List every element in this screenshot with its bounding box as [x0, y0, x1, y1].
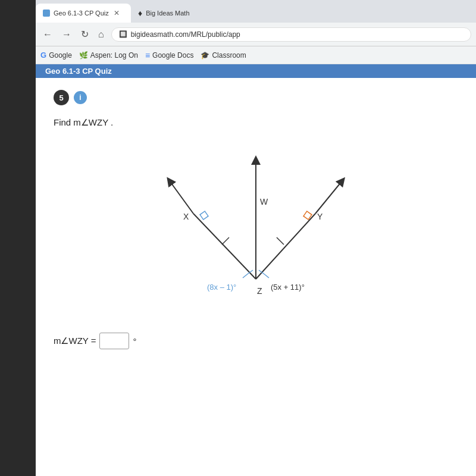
degree-symbol: ° [133, 336, 136, 346]
address-bar: ← → ↻ ⌂ 🔲 bigideasmath.com/MRL/public/ap… [36, 23, 476, 46]
bookmark-docs[interactable]: ≡ Google Docs [145, 51, 194, 60]
google-icon: G [40, 51, 46, 60]
svg-text:Z: Z [257, 286, 262, 296]
svg-text:(8x – 1)°: (8x – 1)° [207, 283, 236, 292]
svg-rect-6 [200, 211, 208, 220]
bookmark-classroom-label: Classroom [212, 51, 246, 60]
url-page-icon: 🔲 [119, 30, 127, 38]
diagram-container: W X Y Z (8x – 1)° (5x + 11)° [54, 142, 458, 321]
url-text: bigideasmath.com/MRL/public/app [131, 30, 240, 39]
svg-text:X: X [183, 212, 189, 221]
answer-input[interactable] [99, 333, 129, 349]
forward-button[interactable]: → [60, 28, 74, 41]
svg-line-2 [256, 214, 315, 279]
tab-bigideas[interactable]: ♦ Big Ideas Math [131, 4, 214, 23]
svg-text:W: W [260, 197, 268, 206]
page-header-strip: Geo 6.1-3 CP Quiz [36, 64, 476, 78]
bookmark-google[interactable]: G Google [40, 51, 72, 60]
tab-quiz-close[interactable]: ✕ [114, 9, 120, 17]
aspen-icon: 🌿 [79, 51, 88, 60]
answer-row: m∠WZY = ° [54, 333, 458, 349]
bookmark-google-label: Google [49, 51, 72, 60]
question-badge: 5 i [54, 90, 458, 105]
docs-icon: ≡ [145, 51, 150, 60]
browser: Geo 6.1-3 CP Quiz ✕ ♦ Big Ideas Math ← →… [36, 0, 476, 476]
page-content: Geo 6.1-3 CP Quiz 5 i Find m∠WZY . [36, 64, 476, 476]
svg-line-8 [222, 237, 229, 245]
svg-line-9 [277, 237, 284, 245]
reload-button[interactable]: ↻ [79, 27, 91, 41]
quiz-content: 5 i Find m∠WZY . [36, 78, 476, 361]
question-text: Find m∠WZY . [54, 117, 458, 128]
geometry-diagram: W X Y Z (8x – 1)° (5x + 11)° [161, 142, 351, 321]
classroom-icon: 🎓 [201, 51, 209, 60]
tab-bigideas-icon: ♦ [138, 8, 142, 18]
bookmarks-bar: G Google 🌿 Aspen: Log On ≡ Google Docs 🎓… [36, 46, 476, 64]
svg-line-0 [193, 214, 256, 279]
svg-text:Y: Y [317, 212, 323, 221]
svg-text:(5x + 11)°: (5x + 11)° [271, 283, 305, 292]
home-button[interactable]: ⌂ [96, 28, 107, 41]
url-bar[interactable]: 🔲 bigideasmath.com/MRL/public/app [111, 27, 471, 42]
tab-quiz-icon [43, 10, 50, 17]
svg-line-3 [315, 181, 342, 214]
back-button[interactable]: ← [40, 28, 55, 41]
bookmark-classroom[interactable]: 🎓 Classroom [201, 51, 246, 60]
tab-bar: Geo 6.1-3 CP Quiz ✕ ♦ Big Ideas Math [36, 0, 476, 23]
bookmark-aspen[interactable]: 🌿 Aspen: Log On [79, 51, 138, 60]
tab-quiz[interactable]: Geo 6.1-3 CP Quiz ✕ [36, 4, 131, 23]
tab-bigideas-title: Big Ideas Math [146, 10, 189, 17]
page-header-text: Geo 6.1-3 CP Quiz [45, 67, 112, 76]
svg-line-1 [170, 181, 193, 214]
tab-quiz-title: Geo 6.1-3 CP Quiz [54, 10, 109, 17]
question-number: 5 [54, 90, 69, 105]
bookmark-aspen-label: Aspen: Log On [90, 51, 138, 60]
question-label: Find m∠WZY . [54, 117, 113, 127]
bookmark-docs-label: Google Docs [152, 51, 193, 60]
answer-prefix: m∠WZY = [54, 336, 96, 346]
side-panel [0, 0, 36, 476]
question-info: i [74, 91, 87, 104]
